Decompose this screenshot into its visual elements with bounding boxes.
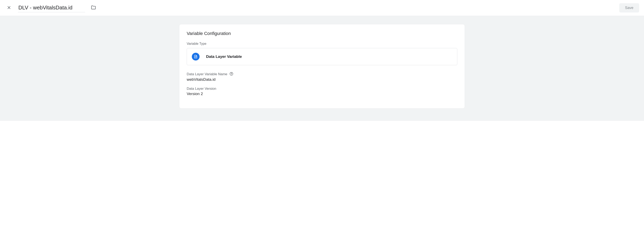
dlv-name-label: Data Layer Variable Name (187, 72, 227, 76)
dlv-name-help-button[interactable] (229, 72, 234, 76)
content-area: Variable Configuration Variable Type Dat… (0, 16, 644, 121)
editor-header: Save (0, 0, 644, 16)
variable-name-input[interactable] (18, 4, 85, 12)
dlv-version-field: Data Layer Version Version 2 (187, 87, 457, 96)
dlv-version-value: Version 2 (187, 92, 457, 96)
folder-button[interactable] (89, 3, 98, 13)
title-container (18, 3, 619, 13)
close-button[interactable] (5, 4, 13, 12)
variable-type-name: Data Layer Variable (206, 54, 242, 59)
dlv-name-field: Data Layer Variable Name webVitalsData.i… (187, 72, 457, 82)
variable-type-label: Variable Type (187, 42, 457, 46)
save-button[interactable]: Save (619, 3, 639, 13)
help-icon (229, 72, 234, 76)
close-icon (6, 5, 12, 11)
dlv-name-value: webVitalsData.id (187, 77, 457, 82)
variable-type-selector[interactable]: Data Layer Variable (187, 48, 457, 65)
dlv-version-label: Data Layer Version (187, 87, 216, 91)
card-title: Variable Configuration (187, 31, 457, 36)
data-layer-variable-icon (192, 53, 200, 61)
folder-icon (91, 5, 96, 11)
configuration-card: Variable Configuration Variable Type Dat… (179, 24, 465, 108)
